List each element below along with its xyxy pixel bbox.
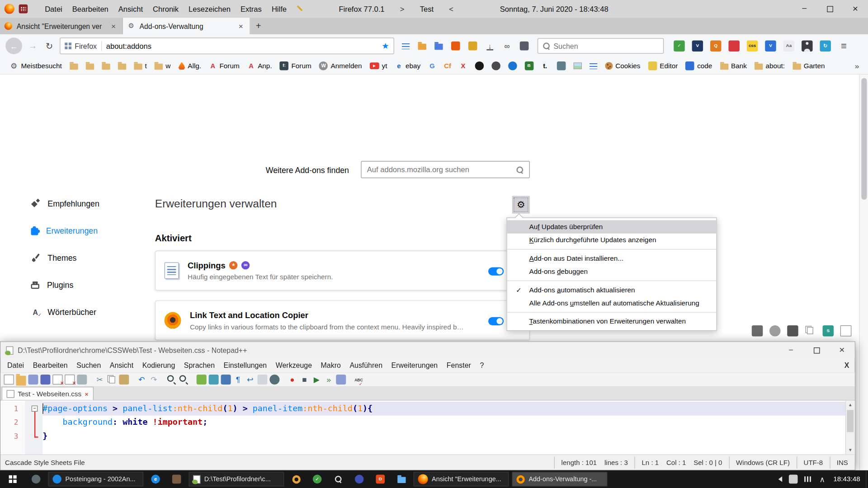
identity-chip[interactable]: Firefox xyxy=(65,42,97,50)
addon-enabled-toggle[interactable] xyxy=(488,317,504,325)
bookmark-ebay[interactable]: eebay xyxy=(391,61,425,70)
bookmark-folder-4[interactable] xyxy=(114,62,130,70)
notepad-menu-kodierung[interactable]: Kodierung xyxy=(138,361,179,370)
notepad-tool-icon-17[interactable]: ¶ xyxy=(233,375,243,385)
ext-css-icon[interactable]: css xyxy=(747,40,758,51)
notepad-tool-icon-12[interactable] xyxy=(167,375,177,385)
library-folder-icon[interactable] xyxy=(418,44,426,50)
ext-q-orange-icon[interactable]: Q xyxy=(710,40,721,51)
tools-gear-button[interactable]: ⚙ xyxy=(512,196,530,213)
notepad-tool-icon-7[interactable]: ✂ xyxy=(94,375,104,385)
bookmark-w[interactable]: w xyxy=(151,62,175,70)
notepad-tool-icon-24[interactable]: » xyxy=(324,375,334,385)
taskbar-addons-button[interactable]: Add-ons-Verwaltung -... xyxy=(512,472,608,486)
tab-addons-manager[interactable]: ⚙ Add-ons-Verwaltung xyxy=(123,18,250,34)
taskbar-folder-icon[interactable] xyxy=(391,470,412,488)
notepad-menu-einstellungen[interactable]: Einstellungen xyxy=(219,361,271,370)
menubar-lesezeichen[interactable]: Lesezeichen xyxy=(184,5,236,13)
marker-icon[interactable] xyxy=(468,42,477,51)
notepad-tool-icon-10[interactable]: ↶ xyxy=(137,375,146,385)
addon-card-link-text-location-copier[interactable]: Link Text and Location CopierCopy links … xyxy=(155,300,530,340)
notepad-tool-icon-15[interactable] xyxy=(209,375,219,385)
notepad-menu-?[interactable]: ? xyxy=(476,361,488,370)
bookmark-yt[interactable]: ▶yt xyxy=(366,62,391,70)
tray-generic-icon[interactable] xyxy=(789,475,798,484)
bookmark-github[interactable] xyxy=(471,61,488,70)
bookmark-google[interactable]: G xyxy=(425,61,440,70)
tray-volume-icon[interactable] xyxy=(776,476,783,482)
bookmark-folder-3[interactable] xyxy=(98,62,114,70)
ext-check-icon[interactable]: ✓ xyxy=(674,40,684,51)
search-bar[interactable] xyxy=(538,38,664,53)
fold-collapse-icon[interactable]: − xyxy=(32,406,38,412)
menu-item-recent-updates[interactable]: Kürzlich durchgeführte Updates anzeigen xyxy=(507,234,717,247)
minimize-button[interactable] xyxy=(792,0,817,18)
url-input[interactable] xyxy=(106,42,377,50)
bookmark-bank[interactable]: Bank xyxy=(716,62,751,70)
notepad-tool-icon-11[interactable]: ↷ xyxy=(149,375,159,385)
sidebar-item-themes[interactable]: Themes xyxy=(22,248,144,268)
session-manager-icon[interactable]: ∞ xyxy=(503,42,512,51)
tray-network-icon[interactable] xyxy=(805,476,811,482)
notepad-tool-icon-20[interactable] xyxy=(269,375,279,385)
ext-profile-icon[interactable] xyxy=(802,40,812,51)
notepad-tool-icon-4[interactable] xyxy=(52,375,62,385)
notepad-tool-icon-26[interactable]: ABC xyxy=(354,375,363,385)
notepad-menu-ansicht[interactable]: Ansicht xyxy=(105,361,138,370)
taskbar-key-icon[interactable] xyxy=(286,470,307,488)
clapper-icon[interactable] xyxy=(752,325,763,336)
ext-red-icon[interactable] xyxy=(728,40,739,51)
bookmark-b[interactable]: B xyxy=(521,61,538,70)
addon-card-clippings[interactable]: Clippings★∞Häufig eingegebenen Text für … xyxy=(155,251,530,291)
editor-scrollbar[interactable]: ▲ ▼ xyxy=(845,401,855,455)
bookmark-editor[interactable]: Editor xyxy=(644,61,682,70)
url-bar[interactable]: Firefox ★ xyxy=(60,38,394,54)
notepad-tool-icon-25[interactable] xyxy=(336,375,346,385)
notepad-tool-icon-3[interactable] xyxy=(40,375,50,385)
ext-translate-icon[interactable]: Aa xyxy=(783,40,794,51)
bookmark-anp[interactable]: AAnp. xyxy=(243,61,276,70)
menubar-bearbeiten[interactable]: Bearbeiten xyxy=(67,5,113,13)
ublock-icon[interactable] xyxy=(787,325,798,336)
taskbar-edge-icon[interactable]: e xyxy=(145,470,166,488)
notepad-tool-icon-19[interactable] xyxy=(257,375,267,385)
notepad-tool-icon-21[interactable]: ● xyxy=(288,375,297,385)
menu-item-install-from-file[interactable]: Add-on aus Datei installieren... xyxy=(507,252,717,265)
sidebar-item-plugins[interactable]: Plugins xyxy=(22,275,144,295)
taskbar-firefox-button[interactable]: Ansicht "Erweiterunge... xyxy=(414,472,509,486)
code-area[interactable]: #page-options > panel-list:nth-child(1) … xyxy=(42,402,845,443)
notes-icon[interactable] xyxy=(840,325,851,336)
sidebar-item-woerterbuecher[interactable]: AWörterbücher xyxy=(22,302,144,322)
pen-icon[interactable] xyxy=(296,5,305,14)
maximize-button[interactable] xyxy=(804,342,829,359)
stylus-status-icon[interactable]: S xyxy=(823,325,834,336)
new-tab-button[interactable] xyxy=(250,18,267,34)
taskbar-clock[interactable]: 18:43:48 xyxy=(833,475,860,483)
menu-item-reset-auto-update[interactable]: Alle Add-ons umstellen auf automatische … xyxy=(507,296,717,310)
close-document-icon[interactable]: X xyxy=(844,361,849,370)
bookmark-cf[interactable]: Cf xyxy=(440,61,455,70)
bookmark-forum-1[interactable]: AForum xyxy=(205,61,244,70)
windows-panes-icon[interactable] xyxy=(805,325,816,336)
notepad-tool-icon-23[interactable]: ▶ xyxy=(311,375,321,385)
sidebar-item-empfehlungen[interactable]: Empfehlungen xyxy=(22,194,144,214)
menubar-ansicht[interactable]: Ansicht xyxy=(113,5,148,13)
bookmark-dark-site[interactable] xyxy=(487,61,504,70)
bookmark-about[interactable]: about: xyxy=(750,62,788,70)
shield-icon[interactable] xyxy=(520,42,529,51)
notepad-tool-icon-13[interactable] xyxy=(179,375,189,385)
bookmark-x[interactable]: X xyxy=(455,61,471,70)
addon-enabled-toggle[interactable] xyxy=(488,267,504,275)
notepad-tool-icon-22[interactable]: ■ xyxy=(299,375,309,385)
menu-item-check-updates[interactable]: Auf Updates überprüfen xyxy=(507,220,717,233)
taskbar-blue-icon[interactable] xyxy=(349,470,370,488)
menu-hamburger-icon[interactable]: ≡ xyxy=(841,40,847,52)
notepad-tool-icon-18[interactable]: ↩ xyxy=(245,375,255,385)
maximize-button[interactable] xyxy=(817,0,842,18)
bookmarks-overflow-chevron[interactable]: » xyxy=(852,61,863,70)
search-input[interactable] xyxy=(553,42,659,50)
back-button[interactable]: ← xyxy=(5,38,22,54)
notepad-menu-datei[interactable]: Datei xyxy=(3,361,28,370)
calendar-extension-icon[interactable] xyxy=(19,5,28,14)
notepad-tool-icon-0[interactable] xyxy=(4,375,14,385)
